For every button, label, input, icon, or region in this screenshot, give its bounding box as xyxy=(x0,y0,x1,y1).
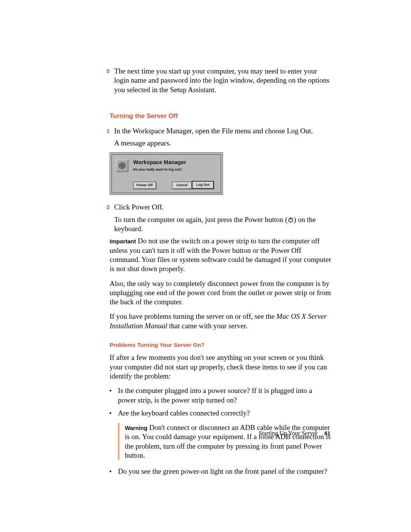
also-paragraph: Also, the only way to completely disconn… xyxy=(110,279,331,307)
dialog-title: Workspace Manager xyxy=(133,159,186,166)
svg-rect-1 xyxy=(290,217,291,220)
warning-text-wrapper: Warning Don't connect or disconnect an A… xyxy=(125,423,331,460)
bullet-1-text: Is the computer plugged into a power sou… xyxy=(118,386,331,405)
problems-post: that came with your server. xyxy=(167,322,247,330)
step-2-line2: To turn the computer on again, just pres… xyxy=(114,215,331,234)
bullet-3-text: Do you see the green power-on light on t… xyxy=(118,467,331,476)
cancel-button[interactable]: Cancel xyxy=(172,182,192,189)
dialog-message: Do you really want to log out? xyxy=(133,168,182,172)
warning-block: Warning Don't connect or disconnect an A… xyxy=(118,423,331,460)
footer-section-title: Starting Up Your Server xyxy=(259,430,318,436)
step-2-number: 2 xyxy=(99,203,114,233)
warning-label: Warning xyxy=(125,425,147,431)
workspace-manager-icon xyxy=(116,159,129,172)
step-2-line2-pre: To turn the computer on again, just pres… xyxy=(114,216,288,224)
step-1-text: In the Workspace Manager, open the File … xyxy=(114,126,331,148)
bullet-3: ■ Do you see the green power-on light on… xyxy=(110,467,331,476)
step-5-number: 5 xyxy=(99,67,114,94)
page-number: 61 xyxy=(324,430,330,436)
problems-ref-paragraph: If you have problems turning the server … xyxy=(110,312,331,331)
dialog-inner: Workspace Manager Do you really want to … xyxy=(112,154,221,193)
step-2-text: Click Power Off. To turn the computer on… xyxy=(114,203,331,233)
subheading-problems-on: Problems Turning Your Server On? xyxy=(110,341,331,348)
section-heading-turning-off: Turning the Server Off xyxy=(110,112,331,120)
step-2-line1: Click Power Off. xyxy=(114,203,331,212)
bullet-1: ■ Is the computer plugged into a power s… xyxy=(110,386,331,405)
bullet-3-marker: ■ xyxy=(110,467,118,476)
step-1-number: 1 xyxy=(99,126,114,148)
step-1-line2: A message appears. xyxy=(114,139,331,148)
important-label: Important xyxy=(110,238,136,244)
step-1-line1: In the Workspace Manager, open the File … xyxy=(114,126,331,136)
important-paragraph: Important Do not use the switch on a pow… xyxy=(110,236,331,273)
content-column: 5 The next time you start up your comput… xyxy=(99,67,331,476)
step-5-row: 5 The next time you start up your comput… xyxy=(99,67,331,94)
step-1-row: 1 In the Workspace Manager, open the Fil… xyxy=(99,126,331,148)
bullet-2-text: Are the keyboard cables connected correc… xyxy=(118,409,331,418)
bullet-1-marker: ■ xyxy=(110,386,118,405)
page: 5 The next time you start up your comput… xyxy=(0,0,411,532)
problems-pre: If you have problems turning the server … xyxy=(110,312,276,320)
power-icon xyxy=(288,216,294,222)
page-footer: Starting Up Your Server 61 xyxy=(259,430,330,437)
bullet-2-marker: ■ xyxy=(110,409,118,418)
if-after-paragraph: If after a few moments you don't see any… xyxy=(110,353,331,381)
step-2-row: 2 Click Power Off. To turn the computer … xyxy=(99,203,331,233)
warning-text: Don't connect or disconnect an ADB cable… xyxy=(125,423,331,459)
step-5-text: The next time you start up your computer… xyxy=(114,67,331,94)
power-off-button[interactable]: Power Off xyxy=(133,182,156,189)
important-text: Do not use the switch on a power strip t… xyxy=(110,237,331,273)
log-out-button[interactable]: Log Out xyxy=(192,181,214,189)
logout-dialog: Workspace Manager Do you really want to … xyxy=(110,152,223,195)
bullet-2: ■ Are the keyboard cables connected corr… xyxy=(110,409,331,418)
warning-bar xyxy=(118,423,119,460)
